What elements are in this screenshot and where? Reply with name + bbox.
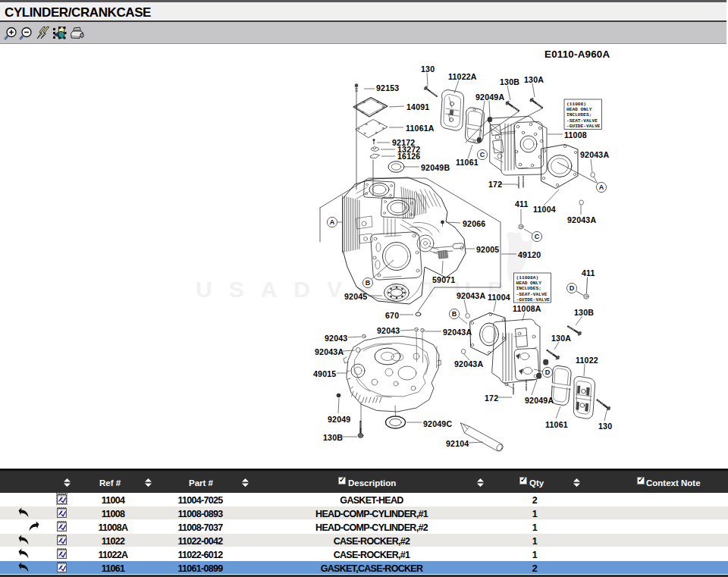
svg-text:INCLUDES;: INCLUDES; — [516, 286, 541, 291]
svg-text:-SEAT-VALVE: -SEAT-VALVE — [516, 292, 548, 297]
svg-text:92043A: 92043A — [454, 359, 483, 368]
svg-text:C: C — [480, 151, 485, 158]
svg-text:411: 411 — [515, 199, 529, 209]
svg-text:(11008A): (11008A) — [516, 275, 539, 281]
svg-text:49120: 49120 — [518, 250, 541, 259]
svg-text:92049: 92049 — [328, 415, 350, 424]
svg-text:11004: 11004 — [533, 205, 556, 214]
svg-text:-GUIDE-VALVE: -GUIDE-VALVE — [566, 124, 601, 129]
svg-text:59071: 59071 — [432, 275, 455, 284]
svg-text:92049A: 92049A — [475, 93, 504, 102]
svg-text:HEAD ONLY: HEAD ONLY — [516, 281, 542, 286]
svg-text:92005: 92005 — [476, 245, 499, 254]
svg-text:130B: 130B — [500, 77, 519, 86]
svg-text:-SEAT-VALVE: -SEAT-VALVE — [566, 118, 598, 124]
svg-text:130: 130 — [598, 422, 612, 431]
svg-text:92153: 92153 — [376, 83, 399, 93]
svg-text:172: 172 — [488, 180, 502, 189]
svg-text:C: C — [535, 233, 540, 240]
svg-text:11022A: 11022A — [448, 72, 477, 81]
svg-text:11022: 11022 — [576, 356, 598, 365]
svg-text:11061: 11061 — [456, 158, 479, 167]
svg-text:92066: 92066 — [463, 219, 485, 228]
svg-text:B: B — [366, 279, 371, 287]
svg-text:172: 172 — [485, 394, 498, 403]
svg-text:130A: 130A — [524, 75, 544, 84]
svg-text:411: 411 — [582, 268, 595, 278]
svg-text:130B: 130B — [574, 308, 594, 317]
svg-text:92049A: 92049A — [525, 396, 554, 405]
svg-text:E0110-A960A: E0110-A960A — [544, 49, 610, 60]
svg-text:16126: 16126 — [397, 152, 420, 161]
svg-text:130A: 130A — [551, 334, 571, 343]
svg-text:670: 670 — [385, 311, 399, 320]
svg-text:11008A: 11008A — [513, 304, 541, 313]
svg-text:92049C: 92049C — [423, 419, 452, 428]
svg-text:A: A — [330, 218, 335, 226]
svg-text:A: A — [599, 183, 604, 191]
svg-text:14091: 14091 — [406, 102, 429, 111]
svg-text:(11008): (11008) — [566, 102, 586, 107]
svg-text:130: 130 — [421, 64, 435, 74]
svg-text:11061: 11061 — [545, 420, 568, 429]
svg-text:92043: 92043 — [377, 326, 400, 335]
svg-text:92043A: 92043A — [567, 215, 596, 224]
svg-text:92043A: 92043A — [443, 328, 472, 337]
svg-text:92043: 92043 — [325, 334, 347, 343]
svg-text:130B: 130B — [323, 433, 343, 442]
svg-text:INCLUDES;: INCLUDES; — [566, 112, 592, 118]
svg-text:D: D — [545, 368, 551, 376]
svg-text:11008: 11008 — [564, 130, 587, 140]
svg-text:92043A: 92043A — [457, 291, 485, 300]
svg-text:49015: 49015 — [313, 369, 336, 378]
svg-text:11061A: 11061A — [406, 124, 435, 133]
svg-text:92104: 92104 — [446, 439, 469, 448]
svg-text:92043A: 92043A — [580, 150, 609, 159]
svg-text:B: B — [452, 310, 457, 318]
svg-text:-GUIDE-VALVE: -GUIDE-VALVE — [516, 297, 551, 303]
svg-text:11004: 11004 — [488, 293, 510, 302]
svg-text:D: D — [570, 284, 575, 292]
svg-text:HEAD ONLY: HEAD ONLY — [566, 107, 592, 112]
svg-text:92049B: 92049B — [421, 163, 450, 172]
svg-text:92043A: 92043A — [315, 347, 344, 356]
